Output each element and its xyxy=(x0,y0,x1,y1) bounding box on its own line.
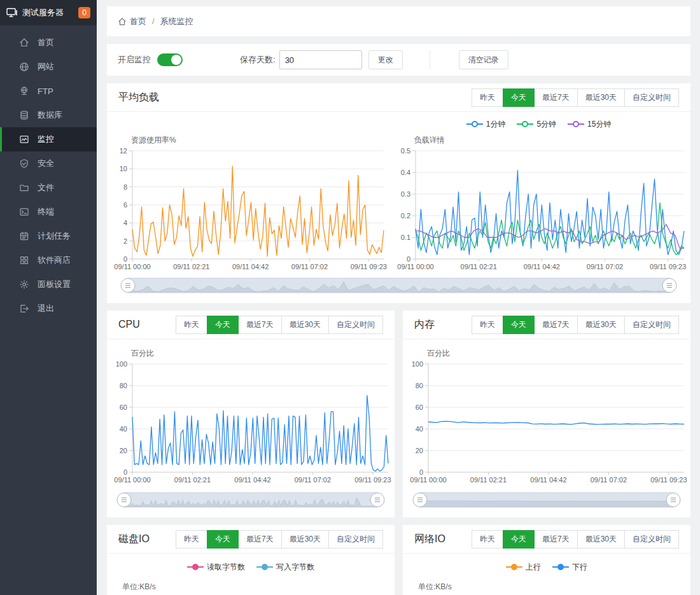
legend-marker-icon xyxy=(552,563,569,571)
monitor-controls: 开启监控 保存天数: 更改 清空记录 xyxy=(107,44,690,76)
cpu-card-title: CPU xyxy=(118,319,140,330)
terminal-icon xyxy=(19,207,29,217)
sidebar-item-计划任务[interactable]: 计划任务 xyxy=(0,224,97,248)
tab-最近7天[interactable]: 最近7天 xyxy=(534,530,578,549)
svg-text:40: 40 xyxy=(120,425,127,433)
cpu-datazoom-slider[interactable] xyxy=(116,491,386,508)
monitor-toggle[interactable] xyxy=(157,53,183,66)
tab-自定义时间[interactable]: 自定义时间 xyxy=(624,316,679,334)
tab-最近7天[interactable]: 最近7天 xyxy=(534,88,578,107)
message-count-badge[interactable]: 0 xyxy=(78,7,90,18)
tab-自定义时间[interactable]: 自定义时间 xyxy=(328,530,383,549)
tab-最近30天[interactable]: 最近30天 xyxy=(577,316,625,334)
tab-今天[interactable]: 今天 xyxy=(503,530,535,549)
sidebar-item-数据库[interactable]: 数据库 xyxy=(0,103,97,127)
sidebar-item-FTP[interactable]: FTP xyxy=(0,79,97,103)
cpu-chart[interactable]: 02040608010009/11 00:0009/11 02:2109/11 … xyxy=(107,360,395,486)
svg-text:09/11 00:00: 09/11 00:00 xyxy=(114,263,150,270)
breadcrumb: 首页 / 系统监控 xyxy=(107,6,690,36)
svg-text:0: 0 xyxy=(123,255,127,263)
tab-昨天[interactable]: 昨天 xyxy=(176,316,207,334)
memory-card-title: 内存 xyxy=(414,318,435,332)
save-days-input[interactable] xyxy=(279,50,362,69)
tab-昨天[interactable]: 昨天 xyxy=(472,530,503,549)
memory-datazoom-slider[interactable] xyxy=(412,491,682,508)
sidebar-item-面板设置[interactable]: 面板设置 xyxy=(0,272,97,297)
tab-昨天[interactable]: 昨天 xyxy=(472,88,503,107)
legend-item-15分钟[interactable]: 15分钟 xyxy=(568,119,611,130)
load-usage-chart[interactable]: 02468101209/11 00:0009/11 02:2109/11 04:… xyxy=(107,147,390,273)
tab-最近30天[interactable]: 最近30天 xyxy=(577,530,625,549)
tab-今天[interactable]: 今天 xyxy=(207,316,239,334)
load-detail-chart[interactable]: 00.10.20.30.40.509/11 00:0009/11 02:2109… xyxy=(390,147,690,273)
legend-marker-icon xyxy=(506,563,522,571)
tab-昨天[interactable]: 昨天 xyxy=(176,530,207,549)
legend-label: 上行 xyxy=(526,562,541,573)
change-button[interactable]: 更改 xyxy=(368,50,403,69)
svg-text:2: 2 xyxy=(123,237,127,245)
svg-text:09/11 04:42: 09/11 04:42 xyxy=(232,263,269,270)
legend-item-下行[interactable]: 下行 xyxy=(552,562,587,573)
legend-item-1分钟[interactable]: 1分钟 xyxy=(466,119,506,130)
sidebar: 测试服务器 0 首页网站FTP数据库监控安全文件终端计划任务软件商店面板设置退出 xyxy=(0,0,97,595)
memory-chart[interactable]: 02040608010009/11 00:0009/11 02:2109/11 … xyxy=(403,360,690,486)
sidebar-item-文件[interactable]: 文件 xyxy=(0,176,97,200)
sidebar-item-安全[interactable]: 安全 xyxy=(0,151,97,176)
load-datazoom-slider[interactable] xyxy=(120,277,678,294)
sidebar-item-网站[interactable]: 网站 xyxy=(0,55,97,79)
tab-今天[interactable]: 今天 xyxy=(207,530,239,549)
tab-今天[interactable]: 今天 xyxy=(503,316,535,334)
tab-最近7天[interactable]: 最近7天 xyxy=(238,316,282,334)
sidebar-item-label: 监控 xyxy=(38,134,54,145)
tab-最近30天[interactable]: 最近30天 xyxy=(577,88,625,107)
load-detail-legend: 1分钟5分钟15分钟 xyxy=(393,117,685,131)
clear-records-button[interactable]: 清空记录 xyxy=(459,50,508,69)
svg-text:12: 12 xyxy=(120,147,127,155)
breadcrumb-home[interactable]: 首页 xyxy=(130,16,146,27)
tab-自定义时间[interactable]: 自定义时间 xyxy=(624,530,679,549)
tab-自定义时间[interactable]: 自定义时间 xyxy=(328,316,383,334)
sidebar-item-退出[interactable]: 退出 xyxy=(0,297,97,321)
sidebar-item-终端[interactable]: 终端 xyxy=(0,200,97,224)
tab-自定义时间[interactable]: 自定义时间 xyxy=(624,88,679,107)
svg-text:0: 0 xyxy=(407,255,410,263)
svg-text:20: 20 xyxy=(120,447,127,454)
svg-text:09/11 07:02: 09/11 07:02 xyxy=(587,263,623,270)
legend-item-5分钟[interactable]: 5分钟 xyxy=(517,119,556,130)
tab-最近30天[interactable]: 最近30天 xyxy=(281,530,329,549)
svg-text:0.3: 0.3 xyxy=(400,190,410,198)
server-header[interactable]: 测试服务器 0 xyxy=(0,0,97,25)
svg-text:40: 40 xyxy=(416,425,423,433)
tab-昨天[interactable]: 昨天 xyxy=(472,316,503,334)
gear-icon xyxy=(19,279,29,290)
sidebar-item-软件商店[interactable]: 软件商店 xyxy=(0,248,97,272)
legend-label: 15分钟 xyxy=(587,119,611,130)
save-days-label: 保存天数: xyxy=(240,54,276,66)
sidebar-item-监控[interactable]: 监控 xyxy=(0,127,97,151)
svg-text:09/11 04:42: 09/11 04:42 xyxy=(234,476,270,484)
memory-card: 内存 昨天今天最近7天最近30天自定义时间 百分比 02040608010009… xyxy=(403,311,690,517)
svg-text:100: 100 xyxy=(116,360,127,368)
svg-text:09/11 07:02: 09/11 07:02 xyxy=(591,476,627,484)
server-name: 测试服务器 xyxy=(22,7,78,18)
globe-icon xyxy=(19,62,29,72)
server-monitor-icon xyxy=(6,8,18,18)
sidebar-item-label: 数据库 xyxy=(38,109,62,121)
tab-最近7天[interactable]: 最近7天 xyxy=(238,530,282,549)
network-io-legend: 上行下行 xyxy=(403,560,690,574)
legend-label: 写入字节数 xyxy=(276,562,314,573)
svg-text:0: 0 xyxy=(419,468,423,476)
tab-最近30天[interactable]: 最近30天 xyxy=(281,316,329,334)
legend-marker-icon xyxy=(466,120,483,128)
svg-text:09/11 09:23: 09/11 09:23 xyxy=(351,263,387,270)
tab-最近7天[interactable]: 最近7天 xyxy=(534,316,578,334)
svg-text:09/11 07:02: 09/11 07:02 xyxy=(291,263,328,270)
legend-item-读取字节数[interactable]: 读取字节数 xyxy=(187,562,245,573)
sidebar-item-首页[interactable]: 首页 xyxy=(0,31,97,55)
memory-axis-name: 百分比 xyxy=(427,348,690,358)
legend-label: 5分钟 xyxy=(536,119,556,130)
legend-item-写入字节数[interactable]: 写入字节数 xyxy=(256,562,314,573)
svg-text:80: 80 xyxy=(416,382,423,389)
legend-item-上行[interactable]: 上行 xyxy=(506,562,541,573)
tab-今天[interactable]: 今天 xyxy=(503,88,535,107)
